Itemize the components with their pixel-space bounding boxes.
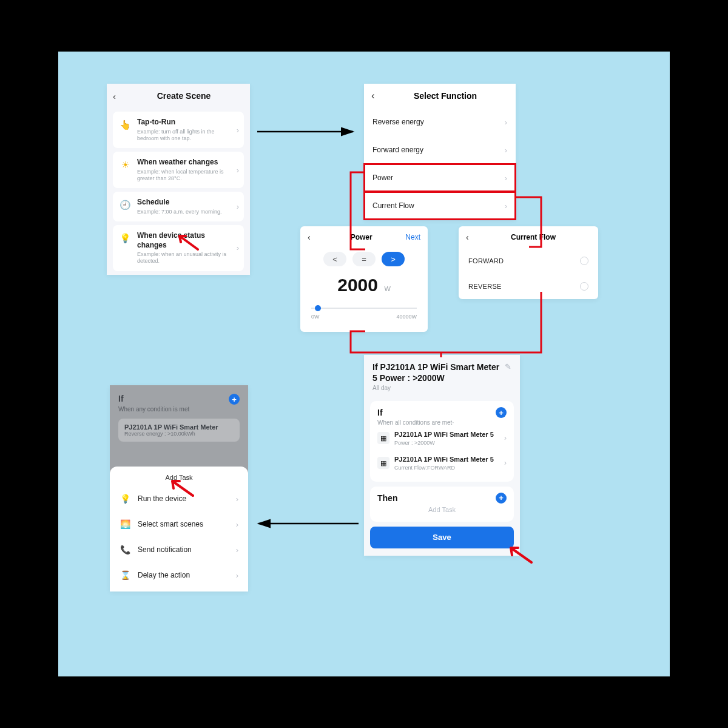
task-label: Delay the action <box>138 571 190 579</box>
chevron-right-icon: › <box>237 166 239 175</box>
add-condition-button[interactable]: + <box>229 394 240 405</box>
function-reverse-energy[interactable]: Reverse energy › <box>364 108 516 136</box>
radio-icon <box>580 257 588 265</box>
condition-row[interactable]: ▦ PJ2101A 1P WiFi Smart Meter 5 Current … <box>377 451 507 476</box>
radio-icon <box>580 282 588 291</box>
bulb-icon: 💡 <box>118 231 132 246</box>
if-card: If + When all conditions are met· ▦ PJ21… <box>370 401 514 482</box>
pointer-arrow-icon <box>167 477 194 497</box>
save-button[interactable]: Save <box>370 527 514 548</box>
chevron-right-icon: › <box>237 243 239 252</box>
function-label: Reverse energy <box>372 118 424 126</box>
task-select-scenes[interactable]: 🌅 Select smart scenes › <box>110 511 248 537</box>
edit-icon[interactable]: ✎ <box>505 362 511 371</box>
back-icon[interactable]: ‹ <box>371 90 382 102</box>
task-label: Select smart scenes <box>138 520 203 528</box>
chevron-right-icon: › <box>236 545 238 554</box>
device-icon: ▦ <box>377 457 389 469</box>
add-task-placeholder[interactable]: Add Task <box>377 504 507 516</box>
task-label: Send notification <box>138 545 192 554</box>
pointer-arrow-icon <box>175 232 199 251</box>
option-title: Tap-to-Run <box>137 118 232 127</box>
option-desc: Example: when local temperature is great… <box>137 169 232 183</box>
pointer-arrow-icon <box>506 544 533 564</box>
chevron-right-icon: › <box>505 118 507 127</box>
chevron-right-icon: › <box>505 146 507 155</box>
connector-line <box>347 170 547 359</box>
back-icon[interactable]: ‹ <box>113 91 124 101</box>
scene-icon: 🌅 <box>120 519 130 529</box>
option-desc: Example: when an unusual activity is det… <box>137 251 232 265</box>
slider-min: 0W <box>311 314 320 320</box>
condition-detail: Power : >2000W <box>394 440 499 446</box>
condition-name: PJ2101A 1P WiFi Smart Meter 5 <box>394 431 499 439</box>
chevron-right-icon: › <box>504 459 507 467</box>
if-subtitle: When all conditions are met· <box>377 419 507 426</box>
sun-icon: ☀ <box>118 158 132 172</box>
create-scene-title: Create Scene <box>124 91 244 101</box>
hourglass-icon: ⌛ <box>120 570 130 580</box>
chevron-right-icon: › <box>236 571 238 580</box>
if-subtitle: When any condition is met <box>118 405 240 413</box>
scene-option-weather[interactable]: ☀ When weather changes Example: when loc… <box>113 152 244 188</box>
select-function-title: Select Function <box>382 91 508 101</box>
function-forward-energy[interactable]: Forward energy › <box>364 136 516 164</box>
condition-detail: Current Flow:FORWARD <box>394 465 499 471</box>
condition-name: PJ2101A 1P WiFi Smart Meter 5 <box>394 456 499 464</box>
function-label: Forward energy <box>372 146 423 154</box>
condition-detail: Reverse energy : >10.00kWh <box>124 431 234 437</box>
chevron-right-icon: › <box>237 202 239 211</box>
flow-arrow-icon <box>252 517 362 530</box>
then-card: Then + Add Task <box>370 487 514 522</box>
op-less-than[interactable]: < <box>323 252 346 266</box>
condition-row[interactable]: ▦ PJ2101A 1P WiFi Smart Meter 5 Power : … <box>377 426 507 451</box>
phone-icon: 📞 <box>120 545 130 554</box>
chevron-right-icon: › <box>236 520 238 529</box>
device-icon: ▦ <box>377 432 389 444</box>
condition-name: PJ2101A 1P WiFi Smart Meter <box>124 423 234 431</box>
add-condition-button[interactable]: + <box>496 407 507 418</box>
option-title: Schedule <box>137 198 232 207</box>
option-title: When weather changes <box>137 158 232 167</box>
bulb-icon: 💡 <box>120 494 130 504</box>
scene-detail-panel: If PJ2101A 1P WiFi Smart Meter 5 Power :… <box>364 355 520 556</box>
add-task-button[interactable]: + <box>496 493 507 504</box>
chevron-right-icon: › <box>504 434 507 442</box>
flow-arrow-icon <box>257 126 360 138</box>
chevron-right-icon: › <box>236 494 238 504</box>
scene-subtitle: All day <box>372 385 511 391</box>
scene-option-schedule[interactable]: 🕘 Schedule Example: 7:00 a.m. every morn… <box>113 192 244 221</box>
back-icon[interactable]: ‹ <box>308 232 317 242</box>
if-label: If <box>377 408 383 417</box>
option-desc: Example: 7:00 a.m. every morning. <box>137 209 232 215</box>
clock-icon: 🕘 <box>118 198 132 212</box>
scene-option-tap-to-run[interactable]: 👆 Tap-to-Run Example: turn off all light… <box>113 112 244 148</box>
then-label: Then <box>377 493 397 503</box>
option-desc: Example: turn off all lights in the bedr… <box>137 129 232 143</box>
tap-icon: 👆 <box>118 118 132 132</box>
task-delay-action[interactable]: ⌛ Delay the action › <box>110 562 248 588</box>
task-send-notification[interactable]: 📞 Send notification › <box>110 537 248 562</box>
chevron-right-icon: › <box>237 126 239 135</box>
if-label: If <box>118 394 240 403</box>
condition-row: PJ2101A 1P WiFi Smart Meter Reverse ener… <box>118 419 240 442</box>
scene-title: If PJ2101A 1P WiFi Smart Meter 5 Power :… <box>372 362 501 383</box>
